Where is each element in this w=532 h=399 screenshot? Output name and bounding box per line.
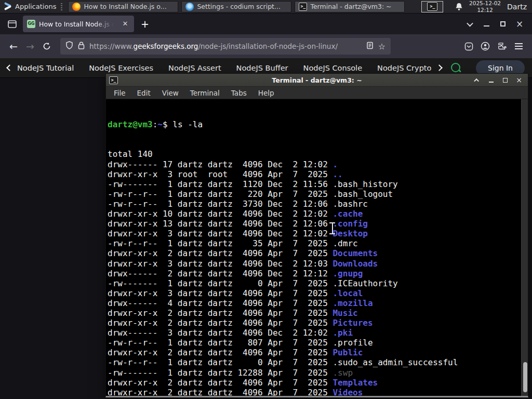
gfg-nav-links: NodeJS Tutorial NodeJS Exercises NodeJS … [17,64,438,72]
vscodium-icon [185,3,194,11]
reader-view-icon[interactable] [366,42,374,51]
taskbar-window-button[interactable]: Settings - codium script... [181,1,291,12]
terminal-output-line: -rw-r--r-- 1 dartz dartz 0 Apr 7 2025 .s… [108,357,521,367]
terminal-prompt-line: dartz@vm3:~$ ls -la [108,119,521,129]
terminal-menu-item[interactable]: Help [258,89,274,97]
panel-clock[interactable]: 2025-12-02 12:12 [469,0,501,13]
firefox-navigation-toolbar: ← → https://www.geeksforgeeks.org/node-j… [0,34,532,58]
tab-title: How to Install Node.js on [39,20,117,28]
browser-minimize-button[interactable] [478,16,495,32]
terminal-output-line: drwx------ 3 dartz dartz 4096 Dec 2 12:0… [108,328,521,338]
terminal-output: dartz@vm3:~$ ls -la total 140drwx------ … [108,100,521,396]
terminal-menu-bar: File Edit View Terminal Tabs Help [106,87,528,99]
terminal-icon: >_ [299,3,307,11]
terminal-output-line: -rw-r--r-- 1 dartz dartz 35 Apr 7 2025 .… [108,238,521,248]
terminal-output-line: drwxr-xr-x 2 dartz dartz 4096 Apr 7 2025… [108,388,521,396]
terminal-scrollbar-thumb[interactable] [523,362,527,392]
gfg-nav-link[interactable]: NodeJS Exercises [89,64,153,72]
terminal-output-line: -rw-r--r-- 1 dartz dartz 807 Apr 7 2025 … [108,338,521,348]
terminal-output-line: drwxr-xr-x 3 root root 4096 Apr 7 2025 .… [108,169,521,179]
minimize-icon [484,25,489,26]
maximize-icon [503,78,508,83]
clock-time: 12:12 [469,7,501,14]
terminal-output-line: -rw------- 1 dartz dartz 1120 Dec 2 11:5… [108,179,521,189]
terminal-output-line: drwx------ 2 dartz dartz 4096 Dec 2 12:1… [108,269,521,278]
terminal-menu-item[interactable]: Edit [137,89,151,97]
terminal-output-line: drwxr-xr-x 2 dartz dartz 4096 Apr 7 2025… [108,378,521,388]
terminal-output-line: drwx------ 4 dartz dartz 4096 Apr 7 2025… [108,298,521,308]
terminal-output-line: drwxr-xr-x 3 dartz dartz 4096 Dec 2 12:0… [108,229,521,238]
terminal-screen[interactable]: dartz@vm3:~$ ls -la total 140drwx------ … [106,99,528,396]
prompt-path: ~ [157,119,163,129]
taskbar-window-button[interactable]: >_ Terminal - dartz@vm3: ~ [295,1,405,12]
extensions-puzzle-icon[interactable] [494,38,510,55]
gfg-nav-link[interactable]: NodeJS Assert [168,64,221,72]
browser-maximize-button[interactable] [495,16,511,32]
nav-scroll-left-icon[interactable] [6,64,13,71]
tracking-shield-icon[interactable] [65,41,73,51]
terminal-menu-item[interactable]: Tabs [231,89,247,97]
terminal-output-line: drwxr-xr-x 13 dartz dartz 4096 Dec 2 12:… [108,219,521,229]
forward-button[interactable]: → [22,38,38,55]
applications-label: Applications [15,3,56,10]
terminal-output-line: drwx------ 17 dartz dartz 4096 Dec 2 12:… [108,159,521,169]
gfg-nav-link[interactable]: NodeJS Buffer [236,64,288,72]
terminal-output-line: -rw-r--r-- 1 dartz dartz 3730 Dec 2 12:0… [108,199,521,209]
terminal-shade-button[interactable] [473,76,481,84]
terminal-output-line: -rw-r--r-- 1 dartz dartz 220 Apr 7 2025 … [108,189,521,199]
terminal-app-icon: >_ [109,76,118,84]
terminal-output-line: drwxr-xr-x 3 dartz dartz 4096 Apr 7 2025… [108,288,521,298]
terminal-maximize-button[interactable] [501,76,509,84]
account-icon[interactable] [477,38,494,55]
browser-close-button[interactable]: × [511,16,528,32]
terminal-scrollbar[interactable] [521,99,528,396]
list-all-tabs-button[interactable] [461,16,478,32]
terminal-title-bar[interactable]: >_ Terminal - dartz@vm3: ~ × [106,74,528,87]
url-bar[interactable]: https://www.geeksforgeeks.org/node-js/in… [60,38,391,55]
lock-icon[interactable] [78,42,85,51]
gfg-nav-link[interactable]: NodeJS Tutorial [17,64,74,72]
clock-date: 2025-12-02 [469,0,501,7]
firefox-icon [72,3,81,11]
search-icon[interactable] [450,62,462,74]
window-task-list: How to Install Node.js o... Settings - c… [65,1,405,12]
terminal-close-button[interactable]: × [515,76,523,84]
taskbar-window-label: Settings - codium script... [197,3,280,10]
terminal-window: >_ Terminal - dartz@vm3: ~ × File Edit V… [105,73,528,397]
terminal-output-line: drwxr-xr-x 2 dartz dartz 4096 Apr 7 2025… [108,308,521,318]
taskbar-window-button[interactable]: How to Install Node.js o... [68,1,178,12]
bookmark-star-icon[interactable]: ☆ [378,42,385,51]
terminal-output-line: total 140 [108,149,521,159]
prompt-user-host: dartz@vm3 [108,119,153,129]
pocket-icon[interactable] [460,38,477,55]
user-menu[interactable]: Dartz [507,3,527,11]
terminal-output-line: drwxr-xr-x 3 dartz dartz 4096 Dec 2 12:0… [108,259,521,269]
terminal-menu-item[interactable]: View [162,89,179,97]
gfg-nav-link[interactable]: NodeJS Console [303,64,363,72]
notification-bell-icon[interactable] [455,3,463,11]
terminal-minimize-button[interactable] [487,76,495,84]
terminal-output-line: -rw------- 1 dartz dartz 12288 Apr 7 202… [108,368,521,378]
taskbar-window-label: How to Install Node.js o... [84,3,166,10]
terminal-output-line: -rw------- 1 dartz dartz 0 Apr 7 2025 .I… [108,278,521,288]
menu-hamburger-icon[interactable] [510,38,527,55]
url-text: https://www.geeksforgeeks.org/node-js/in… [89,42,362,50]
firefox-view-icon[interactable] [4,16,20,32]
new-tab-button[interactable]: + [137,16,153,32]
terminal-menu-item[interactable]: Terminal [190,89,220,97]
chevron-up-icon [474,78,479,83]
geeksforgeeks-favicon: GG [27,20,35,28]
terminal-output-line: drwxr-xr-x 2 dartz dartz 4096 Apr 7 2025… [108,318,521,328]
browser-tab-active[interactable]: GG How to Install Node.js on ✕ [23,16,134,32]
firefox-tab-bar: GG How to Install Node.js on ✕ + × [0,14,532,34]
panel-separator [61,3,62,10]
tab-close-icon[interactable]: ✕ [121,19,130,29]
terminal-menu-item[interactable]: File [114,89,126,97]
workspace-terminal-icon: >_ [427,2,437,11]
back-button[interactable]: ← [5,38,22,55]
workspace-switcher[interactable]: >_ [421,1,443,12]
reload-button[interactable] [38,38,55,55]
applications-menu-button[interactable]: Applications [0,0,60,14]
terminal-title: Terminal - dartz@vm3: ~ [106,76,528,84]
gfg-nav-link[interactable]: NodeJS Crypto [377,64,431,72]
